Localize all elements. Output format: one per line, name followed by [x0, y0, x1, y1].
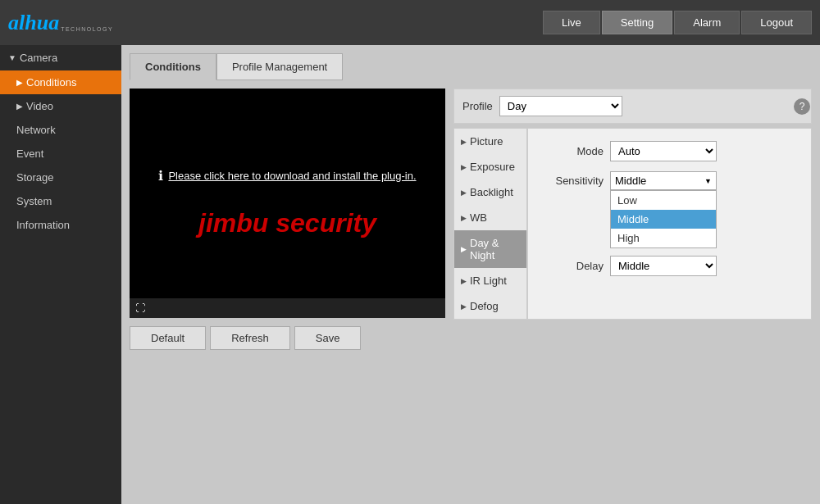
sensitivity-dropdown-arrow-icon: ▼: [704, 177, 712, 185]
mode-label: Mode: [536, 145, 610, 157]
sidebar-item-system-label: System: [16, 195, 52, 207]
exposure-arrow-icon: ▶: [461, 163, 467, 171]
video-arrow-icon: ▶: [16, 102, 23, 111]
live-button[interactable]: Live: [543, 11, 600, 34]
watermark-text: jimbu security: [198, 208, 376, 238]
submenu-settings-row: ▶ Picture ▶ Exposure ▶ Backlight ▶: [453, 128, 812, 320]
profile-row: Profile Day Night Normal: [453, 89, 812, 124]
alarm-button[interactable]: Alarm: [674, 11, 740, 34]
sensitivity-dropdown-container: Middle ▼ Low Middle High: [610, 171, 717, 190]
default-button[interactable]: Default: [130, 326, 206, 350]
sidebar-item-conditions[interactable]: ▶ Conditions: [0, 70, 121, 94]
nav-buttons: Live Setting Alarm Logout: [543, 11, 812, 34]
sidebar-item-information[interactable]: Information: [0, 213, 121, 237]
logo: alhua TECHNOLOGY: [8, 11, 113, 35]
plugin-icon: ℹ: [158, 168, 163, 184]
sidebar-item-system[interactable]: System: [0, 189, 121, 213]
refresh-button[interactable]: Refresh: [210, 326, 290, 350]
ir-light-arrow-icon: ▶: [461, 277, 467, 285]
mode-row: Mode Auto Color B/W: [536, 141, 803, 161]
sidebar-item-storage[interactable]: Storage: [0, 166, 121, 189]
submenu-exposure-label: Exposure: [470, 161, 515, 173]
sidebar-item-network-label: Network: [16, 124, 56, 136]
video-area: ℹ Please click here to download and inst…: [130, 89, 445, 350]
backlight-arrow-icon: ▶: [461, 188, 467, 197]
main-layout: ▼ Camera ▶ Conditions ▶ Video Network Ev…: [0, 45, 820, 504]
sensitivity-option-middle[interactable]: Middle: [611, 210, 716, 229]
help-icon[interactable]: ?: [794, 98, 810, 115]
sensitivity-value: Middle: [615, 175, 646, 187]
submenu-ir-light[interactable]: ▶ IR Light: [454, 268, 526, 293]
defog-arrow-icon: ▶: [461, 302, 467, 311]
sensitivity-dropdown-list: Low Middle High: [610, 190, 717, 248]
submenu-defog[interactable]: ▶ Defog: [454, 293, 526, 319]
plugin-text[interactable]: Please click here to download and instal…: [168, 170, 416, 182]
submenu-wb-label: WB: [470, 211, 487, 224]
header-nav: Live Setting Alarm Logout: [543, 11, 812, 34]
content-area: ? Conditions Profile Management ℹ Please…: [121, 45, 820, 504]
sidebar-section-camera: ▼ Camera: [0, 45, 121, 70]
submenu-backlight[interactable]: ▶ Backlight: [454, 179, 526, 205]
sidebar-item-conditions-label: Conditions: [26, 76, 76, 89]
sidebar: ▼ Camera ▶ Conditions ▶ Video Network Ev…: [0, 45, 121, 504]
submenu-defog-label: Defog: [470, 300, 499, 312]
sensitivity-option-low[interactable]: Low: [611, 191, 716, 210]
sidebar-item-event[interactable]: Event: [0, 142, 121, 166]
settings-panel: Mode Auto Color B/W Sensitivity: [527, 128, 812, 320]
profile-label: Profile: [462, 100, 493, 112]
fullscreen-button[interactable]: ⛶: [134, 301, 147, 316]
tabs-bar: Conditions Profile Management: [130, 53, 812, 80]
wb-arrow-icon: ▶: [461, 214, 467, 222]
setting-button[interactable]: Setting: [602, 11, 672, 34]
submenu-wb[interactable]: ▶ WB: [454, 205, 526, 230]
day-night-arrow-icon: ▶: [461, 245, 467, 253]
submenu-day-night-label: Day & Night: [470, 237, 520, 261]
picture-arrow-icon: ▶: [461, 138, 467, 146]
right-panel: Profile Day Night Normal ▶ Picture: [453, 89, 812, 350]
delay-row: Delay Low Middle High: [536, 256, 803, 276]
submenu: ▶ Picture ▶ Exposure ▶ Backlight ▶: [453, 128, 527, 320]
submenu-picture-label: Picture: [470, 135, 503, 148]
camera-arrow-icon: ▼: [8, 53, 16, 62]
logo-text: alhua: [8, 11, 59, 35]
header: alhua TECHNOLOGY Live Setting Alarm Logo…: [0, 0, 820, 45]
submenu-ir-light-label: IR Light: [470, 275, 507, 287]
sidebar-item-network[interactable]: Network: [0, 118, 121, 142]
delay-select[interactable]: Low Middle High: [610, 256, 717, 276]
action-buttons: Default Refresh Save: [130, 326, 445, 350]
sidebar-section-label: Camera: [20, 52, 57, 64]
submenu-picture[interactable]: ▶ Picture: [454, 129, 526, 154]
sensitivity-row: Sensitivity Middle ▼ Low Middle: [536, 171, 803, 190]
tab-conditions[interactable]: Conditions: [130, 53, 216, 80]
sensitivity-dropdown-trigger[interactable]: Middle ▼: [610, 171, 717, 190]
submenu-backlight-label: Backlight: [470, 186, 513, 198]
logo-subtext: TECHNOLOGY: [61, 26, 113, 32]
save-button[interactable]: Save: [294, 326, 362, 350]
sidebar-item-storage-label: Storage: [16, 171, 54, 184]
video-box: ℹ Please click here to download and inst…: [130, 89, 445, 318]
conditions-arrow-icon: ▶: [16, 78, 23, 87]
sidebar-item-information-label: Information: [16, 219, 70, 231]
profile-select[interactable]: Day Night Normal: [499, 96, 622, 116]
sidebar-item-event-label: Event: [16, 148, 43, 160]
mode-select[interactable]: Auto Color B/W: [610, 141, 717, 161]
submenu-exposure[interactable]: ▶ Exposure: [454, 154, 526, 179]
tab-profile-management[interactable]: Profile Management: [216, 53, 343, 80]
sensitivity-label: Sensitivity: [536, 175, 610, 187]
delay-label: Delay: [536, 260, 610, 272]
sensitivity-option-high[interactable]: High: [611, 229, 716, 247]
sidebar-item-video[interactable]: ▶ Video: [0, 94, 121, 118]
sidebar-item-video-label: Video: [26, 100, 53, 112]
plugin-prompt[interactable]: ℹ Please click here to download and inst…: [158, 168, 416, 184]
main-panel: ℹ Please click here to download and inst…: [130, 80, 812, 350]
submenu-day-night[interactable]: ▶ Day & Night: [454, 230, 526, 268]
logout-button[interactable]: Logout: [741, 11, 812, 34]
